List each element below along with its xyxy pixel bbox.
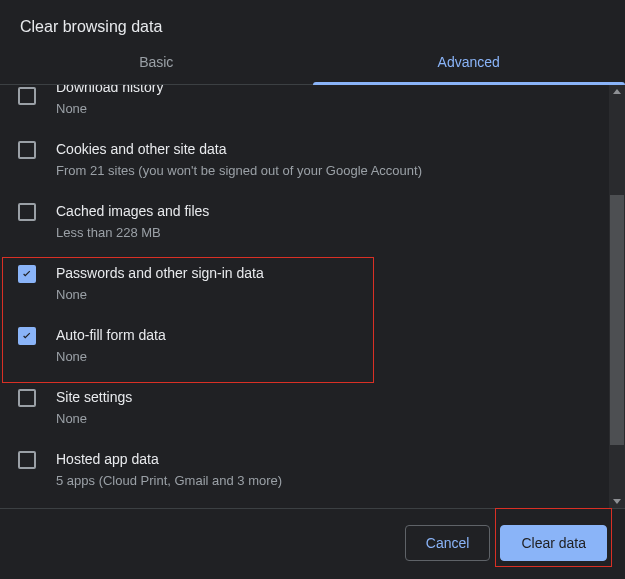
checkbox-passwords[interactable] xyxy=(18,265,36,283)
scroll-down-icon[interactable] xyxy=(613,499,621,504)
option-title: Auto-fill form data xyxy=(56,325,591,345)
option-subtitle: None xyxy=(56,285,591,305)
checkbox-cookies[interactable] xyxy=(18,141,36,159)
option-download-history: Download historyNone xyxy=(2,85,609,129)
option-title: Passwords and other sign-in data xyxy=(56,263,591,283)
option-subtitle: From 21 sites (you won't be signed out o… xyxy=(56,161,591,181)
checkbox-hosted-app[interactable] xyxy=(18,451,36,469)
option-subtitle: 5 apps (Cloud Print, Gmail and 3 more) xyxy=(56,471,591,491)
option-subtitle: Less than 228 MB xyxy=(56,223,591,243)
clear-data-button[interactable]: Clear data xyxy=(500,525,607,561)
cancel-button[interactable]: Cancel xyxy=(405,525,491,561)
option-cookies: Cookies and other site dataFrom 21 sites… xyxy=(2,129,609,191)
checkbox-cache[interactable] xyxy=(18,203,36,221)
option-subtitle: None xyxy=(56,99,591,119)
checkbox-autofill[interactable] xyxy=(18,327,36,345)
checkbox-site-settings[interactable] xyxy=(18,389,36,407)
option-site-settings: Site settingsNone xyxy=(2,377,609,439)
options-list: Download historyNoneCookies and other si… xyxy=(0,85,609,508)
clear-browsing-data-dialog: Clear browsing data Basic Advanced Downl… xyxy=(0,0,625,579)
option-passwords: Passwords and other sign-in dataNone xyxy=(2,253,609,315)
option-cache: Cached images and filesLess than 228 MB xyxy=(2,191,609,253)
tab-basic[interactable]: Basic xyxy=(0,42,313,84)
dialog-footer: Cancel Clear data xyxy=(0,509,625,579)
scrollbar[interactable] xyxy=(609,85,625,508)
option-subtitle: None xyxy=(56,347,591,367)
option-hosted-app: Hosted app data5 apps (Cloud Print, Gmai… xyxy=(2,439,609,501)
option-title: Cookies and other site data xyxy=(56,139,591,159)
tabs: Basic Advanced xyxy=(0,42,625,85)
content: Download historyNoneCookies and other si… xyxy=(0,85,625,508)
option-autofill: Auto-fill form dataNone xyxy=(2,315,609,377)
option-subtitle: None xyxy=(56,409,591,429)
option-title: Download history xyxy=(56,85,591,97)
checkbox-download-history[interactable] xyxy=(18,87,36,105)
option-title: Hosted app data xyxy=(56,449,591,469)
tab-advanced[interactable]: Advanced xyxy=(313,42,626,84)
scroll-up-icon[interactable] xyxy=(613,89,621,94)
scroll-thumb[interactable] xyxy=(610,195,624,445)
option-title: Cached images and files xyxy=(56,201,591,221)
dialog-title: Clear browsing data xyxy=(0,0,625,42)
option-title: Site settings xyxy=(56,387,591,407)
